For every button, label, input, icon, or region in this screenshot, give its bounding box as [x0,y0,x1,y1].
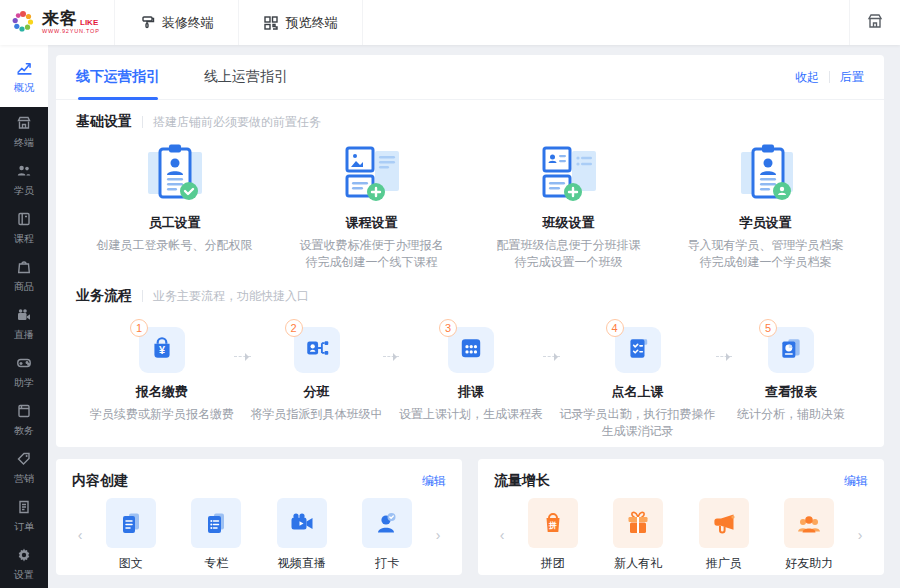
content-item-article[interactable]: 图文 [106,498,156,572]
step-view-reports[interactable]: 5 查看报表 统计分析，辅助决 [732,321,850,423]
section-subtitle: 业务主要流程，功能快捷入口 [153,288,309,305]
tab-offline-guide[interactable]: 线下运营指引 [76,55,160,100]
basic-setup-section: 基础设置 搭建店铺前必须要做的前置任务 [56,100,884,271]
operation-guide-card: 线下运营指引 线上运营指引 收起 后置 基础设置 搭建店铺前必须要做的前置任务 [56,55,884,447]
order-document-icon [16,499,32,519]
setup-card-staff[interactable]: 员工设置 创建员工登录帐号、分配权限 [76,141,273,271]
calendar-grid-icon [458,335,484,365]
megaphone-icon [699,498,749,548]
setup-card-class[interactable]: 班级设置 配置班级信息便于分班排课 待完成设置一个班级 [470,141,667,271]
article-icon [106,498,156,548]
sidebar-item-orders[interactable]: 订单 [0,491,48,539]
step-connector [716,356,733,357]
sidebar-item-students[interactable]: 学员 [0,155,48,203]
step-number-badge: 1 [130,319,148,337]
book-icon [16,211,32,231]
step-number-badge: 3 [439,319,457,337]
step-connector [383,356,400,357]
main-content: 线下运营指引 线上运营指引 收起 后置 基础设置 搭建店铺前必须要做的前置任务 [48,45,900,588]
setup-card-student[interactable]: 学员设置 导入现有学员、管理学员档案 待完成创建一个学员档案 [667,141,864,271]
course-cards-plus-icon [273,141,470,205]
paint-roller-icon [139,15,155,31]
setup-card-course[interactable]: 课程设置 设置收费标准便于办理报名 待完成创建一个线下课程 [273,141,470,271]
carousel-prev-arrow[interactable]: ‹ [72,527,88,543]
collapse-link[interactable]: 收起 [795,69,819,86]
shopping-bag-icon [16,259,32,279]
svg-text:拼: 拼 [548,521,557,530]
sidebar-item-study-aid[interactable]: 助学 [0,347,48,395]
panel-title: 内容创建 [72,472,128,490]
step-enroll-pay[interactable]: 1 ¥ 报名缴费 学员续费或新学员报名缴费 [90,321,234,423]
divider [142,290,143,302]
step-number-badge: 5 [759,319,777,337]
traffic-item-group-buy[interactable]: 拼 拼团 [528,498,578,572]
pinwheel-logo-icon [10,8,36,38]
carousel-next-arrow[interactable]: › [852,527,868,543]
qr-code-icon [263,15,279,31]
traffic-item-friend-boost[interactable]: 好友助力 [784,498,834,572]
shop-home-button[interactable] [849,0,900,45]
step-connector [234,356,251,357]
tags-icon [16,451,32,471]
sidebar: 概况 终端 学员 课程 商品 [0,45,48,588]
sidebar-item-terminal[interactable]: 终端 [0,107,48,155]
class-id-cards-plus-icon [470,141,667,205]
traffic-growth-panel: 流量增长 编辑 ‹ 拼 拼团 [478,459,884,575]
roll-call-list-icon [625,335,651,365]
video-camera-icon [16,307,32,327]
content-creation-panel: 内容创建 编辑 ‹ 图文 [56,459,462,575]
content-item-column[interactable]: 专栏 [191,498,241,572]
pay-bag-icon: ¥ [149,335,175,365]
video-live-icon [277,498,327,548]
check-in-person-icon [362,498,412,548]
clipboard-person-check-icon [76,141,273,205]
trend-chart-icon [16,59,33,80]
divider [142,116,143,128]
step-connector [543,356,560,357]
traffic-item-newcomer-gift[interactable]: 新人有礼 [613,498,663,572]
content-item-check-in[interactable]: 打卡 [362,498,412,572]
people-icon [16,163,32,183]
app-logo[interactable]: 来客 LIKE WWW.92YUN.TOP [0,0,115,45]
friends-group-icon [784,498,834,548]
content-item-video-live[interactable]: 视频直播 [277,498,327,572]
gear-icon [16,547,32,567]
guide-tabs: 线下运营指引 线上运营指引 收起 后置 [56,55,884,100]
notebook-icon [16,403,32,423]
section-title: 基础设置 [76,113,132,131]
sidebar-item-courses[interactable]: 课程 [0,203,48,251]
carousel-next-arrow[interactable]: › [430,527,446,543]
brand-name: 来客 [42,10,78,27]
report-pie-icon [778,335,804,365]
step-schedule[interactable]: 3 排课 设置上课计划 [399,321,543,423]
gamepad-icon [16,355,32,375]
preview-terminal-button[interactable]: 预览终端 [239,0,363,45]
step-assign-class[interactable]: 2 分班 [251,321,383,423]
traffic-item-promoter[interactable]: 推广员 [699,498,749,572]
column-list-icon [191,498,241,548]
sidebar-item-academic[interactable]: 教务 [0,395,48,443]
tab-online-guide[interactable]: 线上运营指引 [204,55,288,100]
carousel-prev-arrow[interactable]: ‹ [494,527,510,543]
brand-suffix: LIKE [80,19,98,27]
divider [829,71,830,83]
assign-org-icon [304,335,330,365]
panel-title: 流量增长 [494,472,550,490]
sidebar-item-settings[interactable]: 设置 [0,539,48,587]
sidebar-item-goods[interactable]: 商品 [0,251,48,299]
section-subtitle: 搭建店铺前必须要做的前置任务 [153,114,321,131]
group-buy-bag-icon: 拼 [528,498,578,548]
storefront-icon [866,12,884,34]
sidebar-item-live[interactable]: 直播 [0,299,48,347]
edit-content-link[interactable]: 编辑 [422,473,446,490]
move-back-link[interactable]: 后置 [840,69,864,86]
business-process-section: 业务流程 业务主要流程，功能快捷入口 1 ¥ [56,271,884,440]
sidebar-item-marketing[interactable]: 营销 [0,443,48,491]
sidebar-item-overview[interactable]: 概况 [0,45,48,107]
decorate-terminal-button[interactable]: 装修终端 [115,0,239,45]
step-roll-call[interactable]: 4 点名上课 记录学员出勤，执行扣费操作 生成课消记录 [560,321,716,440]
store-icon [16,115,32,135]
edit-traffic-link[interactable]: 编辑 [844,473,868,490]
gift-box-icon [613,498,663,548]
section-title: 业务流程 [76,287,132,305]
